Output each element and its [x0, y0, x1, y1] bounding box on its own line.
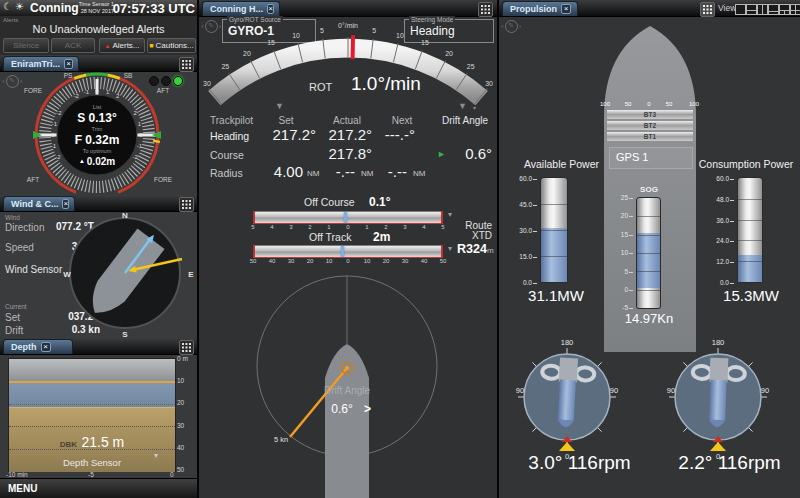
svg-text:5: 5 [372, 27, 376, 34]
grid-menu-icon[interactable] [179, 340, 194, 355]
drift-speed-ref: 5 kn [274, 435, 288, 444]
svg-text:-1: -1 [137, 143, 143, 149]
svg-text:30: 30 [485, 80, 493, 87]
drift-angle-label: Drift Angle [442, 115, 488, 126]
tab-label: Depth [11, 342, 37, 352]
propulsion-panel: Propulsion × Views: ‹ ✎ › 100 [499, 0, 800, 498]
heading-next: ---.-° [345, 126, 415, 143]
close-icon[interactable]: × [64, 59, 73, 69]
off-course-marker [344, 212, 347, 223]
alerts-button-label: Alerts... [112, 41, 139, 50]
drift-angle-play-icon: ► [437, 149, 446, 159]
alerts-strip: Alerts No Unacknowledged Alerts Silence … [0, 16, 197, 56]
tab-depth[interactable]: Depth × [3, 339, 73, 354]
col-actual: Actual [325, 115, 369, 126]
depth-sensor-select[interactable]: Depth Sensor [63, 457, 121, 468]
set-label: Set [5, 312, 20, 323]
cautions-button[interactable]: ■ Cautions... [147, 38, 196, 53]
radius-set-unit: NM [307, 169, 319, 178]
consumption-power-value: 15.3MW [706, 287, 796, 304]
wind-compass: N S W E [60, 210, 197, 338]
radius-set: 4.00 [235, 163, 303, 180]
svg-text:E: E [188, 270, 194, 279]
off-course-value: 0.1° [369, 195, 390, 209]
dbk-value: 21.5 m [81, 434, 124, 450]
heading-adjust-right-icon[interactable]: ▼ [458, 101, 467, 111]
view-layout-icon-5[interactable] [779, 4, 790, 15]
svg-text:5: 5 [320, 27, 324, 34]
pan-left-icon[interactable]: ‹ [501, 22, 504, 31]
svg-text:AFT: AFT [157, 87, 169, 94]
day-mode-icon[interactable]: ☀ [15, 1, 24, 12]
sog-title: SOG [619, 185, 679, 194]
tab-propulsion[interactable]: Propulsion × [502, 1, 578, 16]
grid-menu-icon[interactable] [478, 2, 493, 17]
wind-group-label: Wind [5, 214, 20, 221]
depth-tick: 50 [177, 466, 184, 473]
drift-rose-value: 0.6° [331, 402, 353, 416]
azimuth-index-yellow [710, 442, 726, 451]
direction-label: Direction [5, 222, 44, 233]
conning-heading-panel: Conning H... × ‹ ✎ › Gyro/ROT Source GYR… [199, 0, 499, 498]
drift-expand-icon[interactable]: > [364, 402, 371, 416]
ack-button[interactable]: ACK [51, 38, 95, 53]
depth-xtick: 0 [170, 471, 174, 478]
off-course-dropdown-icon[interactable]: ▾ [448, 210, 452, 219]
depth-sensor-dropdown-icon[interactable]: ▾ [154, 451, 158, 460]
off-track-bar [253, 245, 443, 258]
sog-value: 14.97Kn [614, 311, 684, 326]
bt1-label: BT1 [644, 133, 656, 140]
view-layout-icon-3[interactable] [757, 4, 768, 15]
azimuth-dial-port: 180 90 90 0 [512, 337, 622, 461]
svg-text:180: 180 [712, 338, 725, 347]
caution-icon: ■ [149, 42, 153, 49]
night-mode-icon[interactable]: ☾ [3, 1, 12, 12]
bt3-label: BT3 [644, 111, 656, 118]
svg-text:10: 10 [396, 32, 404, 39]
off-course-label: Off Course [304, 196, 355, 208]
svg-text:90: 90 [761, 386, 769, 395]
close-icon[interactable]: × [62, 199, 69, 209]
clock: 07:57:33 UTC [108, 1, 195, 16]
dbk-label: DBK [60, 440, 77, 449]
view-layout-icon-4[interactable] [768, 4, 779, 15]
close-icon[interactable]: × [561, 4, 571, 14]
alert-icon: ▲ [104, 43, 110, 49]
svg-text:1: 1 [138, 121, 142, 127]
pan-right-icon[interactable]: › [519, 22, 522, 31]
view-layout-icon-1[interactable] [735, 4, 746, 15]
tab-label: Conning H... [210, 4, 263, 14]
off-track-label: Off Track [309, 231, 351, 243]
tab-eniramtrim[interactable]: EniramTri... × [3, 56, 79, 71]
wind-sensor-select[interactable]: Wind Sensor [5, 264, 62, 275]
close-icon[interactable]: × [41, 342, 51, 352]
view-layout-icon-6[interactable] [790, 4, 800, 15]
depth-tick: 40 [177, 444, 184, 451]
bt2-label: BT2 [644, 122, 656, 129]
depth-xtick: -10 min [6, 471, 28, 478]
panel-pan-control[interactable]: ‹ ✎ › [501, 19, 527, 33]
view-layout-icon-2[interactable] [746, 4, 757, 15]
adjust-more-icon[interactable]: ▾ [473, 104, 476, 111]
svg-text:90: 90 [610, 386, 618, 395]
route-xtd-dropdown-icon[interactable]: ▾ [448, 244, 452, 253]
gps-source-box[interactable]: GPS 1 [609, 147, 693, 169]
available-power-gauge [541, 178, 567, 282]
edit-icon[interactable]: ✎ [505, 20, 518, 33]
tab-wind[interactable]: Wind & C... × [3, 196, 75, 211]
conning-workstation: ☾ ☀ Conning Time Sensor 1 28 NOV 2017 07… [0, 0, 800, 498]
trim-list-gauge: -2-1 01 2 -2-1 01 2 21 0-1 -2 PSSB FOREA… [0, 71, 197, 195]
heading-adjust-left-icon[interactable]: ▼ [275, 101, 284, 111]
menu-button[interactable]: MENU [8, 483, 37, 494]
svg-text:-2: -2 [56, 110, 62, 116]
consumption-power-gauge [738, 178, 762, 282]
svg-text:-2: -2 [132, 154, 138, 160]
col-set: Set [266, 115, 306, 126]
silence-button[interactable]: Silence [3, 38, 49, 53]
close-icon[interactable]: × [267, 4, 274, 14]
grid-menu-icon[interactable] [179, 57, 194, 72]
tab-label: Propulsion [510, 4, 557, 14]
alerts-button[interactable]: ▲ Alerts... [99, 38, 145, 53]
tab-conning-h[interactable]: Conning H... × [202, 1, 280, 16]
grid-menu-icon[interactable] [700, 2, 715, 17]
